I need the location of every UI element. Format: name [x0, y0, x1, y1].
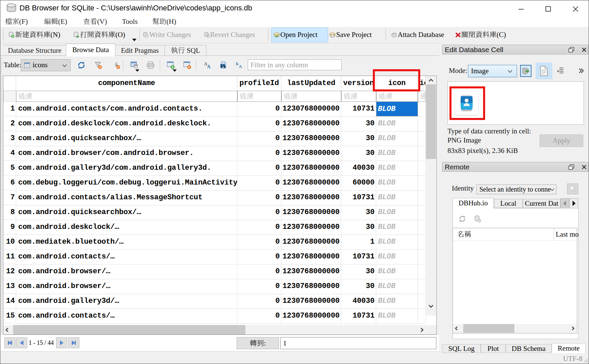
- svg-text:b: b: [236, 61, 238, 66]
- svg-text:A: A: [239, 64, 242, 69]
- svg-text:A: A: [207, 64, 211, 69]
